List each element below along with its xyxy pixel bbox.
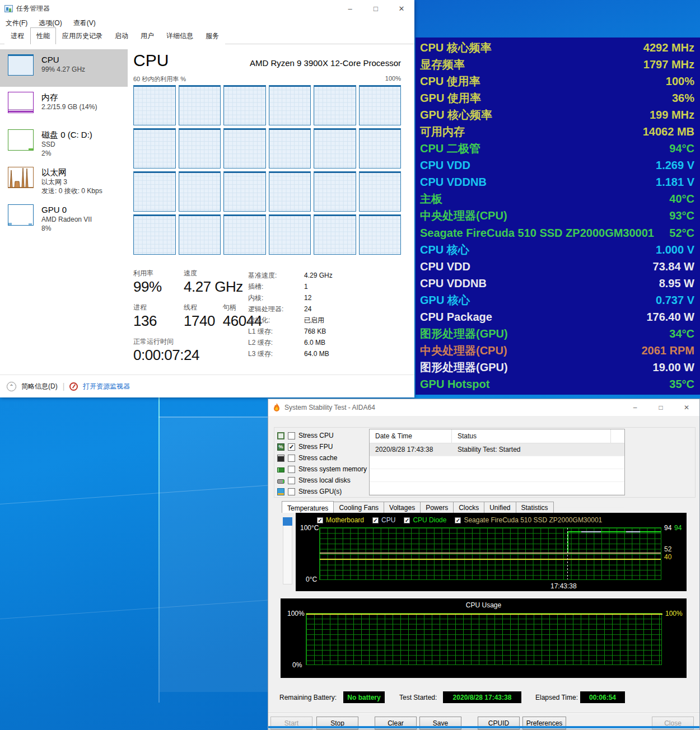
checkbox-checked[interactable]: ✓ <box>317 517 323 523</box>
osd-label: CPU VDD <box>420 260 470 273</box>
checkbox-unchecked[interactable] <box>288 466 295 473</box>
gpu-card-icon <box>277 488 284 495</box>
scrollbar-track[interactable] <box>283 517 292 584</box>
cpu-temp-line <box>626 531 640 532</box>
sidebar-item-ethernet[interactable]: 以太网以太网 3发送: 0 接收: 0 Kbps <box>0 162 128 199</box>
osd-row: 图形处理器(GPU)19.00 W <box>416 359 700 376</box>
log-table-header: Date & TimeStatus <box>370 429 624 443</box>
tab-用户[interactable]: 用户 <box>134 28 160 44</box>
osd-label: CPU VDD <box>420 159 470 172</box>
temp-value-label: 94 <box>664 524 671 532</box>
hard-disk-icon <box>277 479 284 484</box>
wallpaper-light-panel <box>160 418 268 692</box>
utilization-axis-max: 100% <box>385 75 401 83</box>
osd-row: CPU 核心1.000 V <box>416 241 700 258</box>
osd-label: GPU Hotspot <box>420 378 489 391</box>
stat-速度: 速度4.27 GHz <box>184 269 243 296</box>
tab-性能[interactable]: 性能 <box>30 27 56 44</box>
checkbox-unchecked[interactable] <box>288 488 295 495</box>
checkbox-unchecked[interactable] <box>288 432 295 439</box>
checkbox-unchecked[interactable] <box>288 455 295 462</box>
osd-value: 35°C <box>669 378 694 391</box>
osd-value: 40°C <box>669 193 694 205</box>
table-row[interactable]: 2020/8/28 17:43:38Stability Test: Starte… <box>370 443 624 456</box>
osd-row: Seagate FireCuda 510 SSD ZP2000GM3000152… <box>416 224 700 241</box>
column-header <box>611 429 624 443</box>
detail-label: 虚拟化: <box>248 316 304 325</box>
task-manager-menubar: 文件(F)选项(O)查看(V) <box>0 17 414 29</box>
core-usage-cell <box>314 214 356 255</box>
checkbox-checked[interactable]: ✓ <box>288 443 295 451</box>
osd-value: 52°C <box>669 227 694 240</box>
tab-详细信息[interactable]: 详细信息 <box>160 28 199 44</box>
close-icon[interactable]: ✕ <box>674 399 699 416</box>
detail-label: L3 缓存: <box>248 349 304 359</box>
chevron-up-icon[interactable]: ⌃ <box>7 382 16 391</box>
stat-label: 速度 <box>184 269 243 278</box>
sidebar-item-memory[interactable]: 内存2.2/15.9 GB (14%) <box>0 87 128 124</box>
detail-value: 已启用 <box>304 316 324 325</box>
detail-label: 插槽: <box>248 282 304 292</box>
minimize-icon[interactable]: – <box>337 0 363 17</box>
ssd-temp-line <box>320 553 661 554</box>
per-core-usage-grid <box>133 85 401 255</box>
sidebar-item-text: 磁盘 0 (C: D:)SSD2% <box>41 129 92 157</box>
osd-value: 2061 RPM <box>642 344 695 357</box>
maximize-icon[interactable]: □ <box>363 0 389 17</box>
network-spark-graph <box>8 167 33 188</box>
cpu-details: 基准速度:4.29 GHz插槽:1内核:12逻辑处理器:24虚拟化:已启用L1 … <box>248 269 401 371</box>
close-icon[interactable]: ✕ <box>389 0 414 17</box>
hardware-monitor-osd: CPU 核心频率4292 MHz显存频率1797 MHzCPU 使用率100%G… <box>416 38 700 395</box>
sidebar-item-text: 内存2.2/15.9 GB (14%) <box>41 92 97 119</box>
osd-label: 显存频率 <box>420 57 465 72</box>
tab-进程[interactable]: 进程 <box>4 28 30 44</box>
osd-label: 图形处理器(GPU) <box>420 360 508 375</box>
temp-value-label: 40 <box>664 553 671 561</box>
core-usage-cell <box>133 171 176 212</box>
disk-usage-mark <box>29 148 33 150</box>
flame-icon <box>273 403 281 412</box>
stress-option: Stress GPU(s) <box>277 486 367 497</box>
stat-value: 1740 <box>184 312 215 330</box>
checkbox-checked[interactable]: ✓ <box>372 517 379 523</box>
sidebar-item-title: CPU <box>41 54 85 65</box>
sidebar-item-detail: 8% <box>41 224 92 233</box>
task-manager-titlebar[interactable]: 任务管理器 – □ ✕ <box>0 0 414 17</box>
menu-item[interactable]: 文件(F) <box>6 18 27 28</box>
minimize-icon[interactable]: – <box>622 399 648 416</box>
osd-row: CPU 使用率100% <box>416 73 700 90</box>
collapse-details-button[interactable]: 简略信息(D) <box>21 382 58 391</box>
osd-value: 36% <box>672 92 694 105</box>
temperature-scale-scrollbar[interactable] <box>281 513 296 591</box>
task-manager-app-icon <box>4 5 13 12</box>
stress-option-label: Stress local disks <box>298 476 351 484</box>
legend-cpu-diode: ✓CPU Diode <box>404 516 446 524</box>
osd-row: CPU Package176.40 W <box>416 309 700 326</box>
checkbox-unchecked[interactable] <box>288 477 295 484</box>
checkbox-checked[interactable]: ✓ <box>404 517 410 523</box>
detail-value: 768 KB <box>304 327 326 335</box>
tab-服务[interactable]: 服务 <box>199 28 225 44</box>
cpu-model-label: AMD Ryzen 9 3900X 12-Core Processor <box>250 58 401 70</box>
temp-value-label: 52 <box>664 545 671 553</box>
open-resource-monitor-link[interactable]: 打开资源监视器 <box>83 382 130 391</box>
test-start-marker <box>567 528 568 579</box>
sidebar-item-cpu[interactable]: CPU99% 4.27 GHz <box>0 49 128 87</box>
test-start-time-label: 17:43:38 <box>550 582 577 590</box>
core-usage-cell <box>359 171 402 212</box>
task-manager-title: 任务管理器 <box>16 4 50 13</box>
aida64-titlebar[interactable]: System Stability Test - AIDA64 – □ ✕ <box>268 399 699 416</box>
menu-item[interactable]: 选项(O) <box>39 18 62 28</box>
scrollbar-thumb[interactable] <box>283 517 292 526</box>
tab-启动[interactable]: 启动 <box>109 28 134 44</box>
sidebar-item-disk[interactable]: 磁盘 0 (C: D:)SSD2% <box>0 124 128 162</box>
tab-应用历史记录[interactable]: 应用历史记录 <box>56 28 109 44</box>
sidebar-item-gpu[interactable]: GPU 0AMD Radeon VII8% <box>0 199 128 237</box>
legend-label: CPU Diode <box>413 516 446 524</box>
checkbox-checked[interactable]: ✓ <box>455 517 461 523</box>
usage-chart-title: CPU Usage <box>466 601 501 609</box>
stress-option: Stress cache <box>277 452 367 464</box>
maximize-icon[interactable]: □ <box>648 399 674 416</box>
legend-cpu: ✓CPU <box>372 516 395 524</box>
menu-item[interactable]: 查看(V) <box>73 18 96 28</box>
